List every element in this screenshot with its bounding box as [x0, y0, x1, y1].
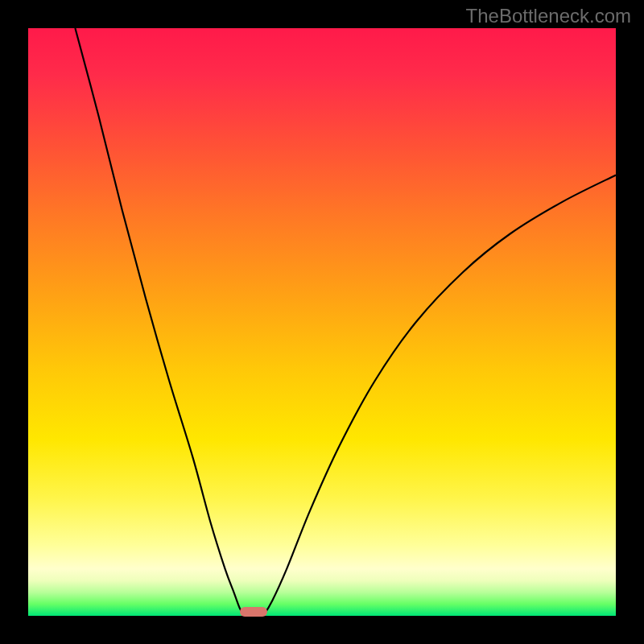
plot-area: [28, 28, 616, 616]
curve-layer: [28, 28, 616, 616]
right-curve: [263, 175, 616, 617]
watermark-text: TheBottleneck.com: [466, 5, 631, 27]
bottleneck-marker: [240, 607, 267, 617]
left-curve: [75, 28, 244, 616]
